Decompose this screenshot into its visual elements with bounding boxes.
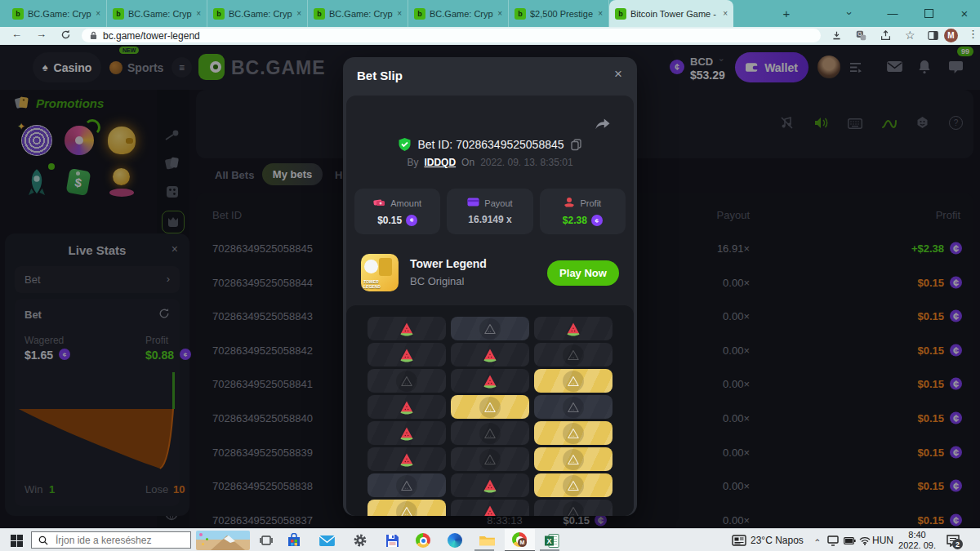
stat-label: Amount bbox=[390, 198, 421, 208]
triangle-outline-icon bbox=[566, 478, 581, 493]
tile-empty bbox=[451, 447, 529, 471]
verified-shield-icon bbox=[399, 138, 411, 151]
side-panel-icon[interactable] bbox=[928, 30, 938, 43]
triangle-outline-icon bbox=[566, 452, 581, 467]
stat-value: $0.15 bbox=[377, 215, 402, 226]
tab-search-chevron-icon[interactable]: › bbox=[837, 0, 862, 27]
start-button[interactable] bbox=[7, 531, 26, 550]
watermelon-icon bbox=[399, 347, 415, 363]
lock-icon bbox=[90, 31, 97, 40]
tab-close-icon[interactable]: × bbox=[497, 9, 502, 18]
tab-title: BC.Game: Crypto Casi bbox=[28, 9, 91, 19]
triangle-outline-icon bbox=[399, 478, 414, 493]
minimize-button[interactable]: — bbox=[880, 0, 905, 27]
profile-avatar[interactable]: M bbox=[944, 29, 958, 42]
tab-close-icon[interactable]: × bbox=[397, 9, 402, 18]
tab-close-icon[interactable]: × bbox=[96, 9, 100, 18]
game-title[interactable]: Tower Legend bbox=[410, 257, 487, 270]
browser-tab[interactable]: Bitcoin Tower Game -× bbox=[609, 0, 733, 27]
watermelon-icon bbox=[399, 399, 415, 415]
chrome-icon[interactable] bbox=[413, 531, 433, 550]
taskbar-search-box[interactable] bbox=[31, 531, 191, 549]
play-now-button[interactable]: Play Now bbox=[547, 260, 619, 286]
save-floppy-icon[interactable] bbox=[382, 531, 402, 550]
weather-text[interactable]: 23°C Napos bbox=[751, 535, 804, 546]
tab-close-icon[interactable]: × bbox=[196, 9, 201, 18]
share-icon[interactable] bbox=[880, 30, 891, 43]
bcgame-favicon bbox=[514, 8, 526, 20]
triangle-outline-icon bbox=[566, 504, 581, 517]
profile-badge: M bbox=[518, 538, 527, 547]
copy-icon[interactable] bbox=[571, 139, 581, 151]
tile-watermelon bbox=[451, 500, 529, 516]
tab-title: BC.Game: Crypto Casi bbox=[329, 9, 393, 19]
browser-tab[interactable]: BC.Game: Crypto Casi× bbox=[7, 0, 107, 27]
notification-count-badge: 2 bbox=[952, 539, 963, 549]
bookmark-star-icon[interactable]: ☆ bbox=[905, 29, 915, 42]
language-indicator[interactable]: HUN bbox=[872, 535, 893, 546]
browser-tab[interactable]: $2,500 Prestige Tower× bbox=[509, 0, 609, 27]
by-label: By bbox=[407, 157, 418, 168]
news-weather-icon[interactable] bbox=[729, 531, 749, 550]
mail-app-icon[interactable] bbox=[317, 531, 336, 550]
forward-icon[interactable]: → bbox=[36, 28, 47, 40]
clock-time[interactable]: 8:40 bbox=[898, 530, 936, 540]
bet-slip-body: Bet ID: 70286349525058845 By IDDQD On 20… bbox=[346, 96, 634, 516]
tab-close-icon[interactable]: × bbox=[723, 9, 728, 18]
username-link[interactable]: IDDQD bbox=[424, 157, 456, 168]
back-icon[interactable]: ← bbox=[11, 28, 22, 40]
file-explorer-icon[interactable] bbox=[477, 531, 497, 550]
tile-watermelon bbox=[368, 317, 446, 340]
address-bar[interactable]: bc.game/tower-legend bbox=[82, 29, 821, 42]
stat-value: 16.9149 x bbox=[468, 214, 511, 225]
search-input[interactable] bbox=[54, 534, 188, 547]
coin-icon: ¢ bbox=[591, 215, 603, 226]
browser-tab[interactable]: BC.Game: Crypto Casi× bbox=[107, 0, 207, 27]
translate-icon[interactable]: G bbox=[856, 30, 866, 43]
share-bet-icon[interactable] bbox=[594, 117, 611, 134]
tab-close-icon[interactable]: × bbox=[598, 9, 603, 18]
stat-card-amount: Amount$0.15¢ bbox=[354, 189, 440, 234]
weather-highlight-widget[interactable] bbox=[196, 531, 250, 550]
chrome-profile-icon[interactable]: M bbox=[510, 530, 529, 549]
clock-date[interactable]: 2022. 09. 13. bbox=[893, 540, 941, 551]
triangle-outline-icon bbox=[483, 400, 497, 415]
download-icon[interactable] bbox=[831, 30, 842, 43]
menu-dots-icon[interactable]: ⋮ bbox=[968, 28, 978, 40]
triangle-outline-icon bbox=[566, 348, 581, 362]
new-tab-button[interactable]: + bbox=[774, 0, 799, 27]
watermelon-icon bbox=[482, 373, 498, 389]
tile-watermelon bbox=[368, 421, 446, 445]
task-view-icon[interactable] bbox=[256, 531, 276, 550]
modal-close-icon[interactable]: × bbox=[614, 66, 622, 82]
url-text: bc.game/tower-legend bbox=[103, 30, 200, 42]
reload-icon[interactable] bbox=[60, 29, 71, 42]
stat-value: $2.38 bbox=[563, 215, 587, 226]
tile-watermelon bbox=[451, 369, 529, 393]
browser-tab[interactable]: BC.Game: Crypto Casi× bbox=[207, 0, 308, 27]
tab-title: BC.Game: Crypto Casi bbox=[430, 9, 493, 19]
on-label: On bbox=[461, 157, 474, 168]
excel-icon[interactable]: X bbox=[542, 531, 562, 550]
close-window-button[interactable]: × bbox=[952, 0, 977, 27]
tab-title: BC.Game: Crypto Casi bbox=[229, 9, 292, 19]
edge-icon[interactable] bbox=[445, 531, 465, 550]
modal-title: Bet Slip bbox=[357, 69, 403, 82]
tower-legend-thumbnail[interactable]: TOWER LEGEND bbox=[361, 254, 399, 291]
tile-watermelon bbox=[451, 473, 529, 497]
browser-tab[interactable]: BC.Game: Crypto Casi× bbox=[308, 0, 408, 27]
bcgame-favicon bbox=[113, 8, 124, 20]
triangle-outline-icon bbox=[483, 426, 497, 441]
microsoft-store-icon[interactable] bbox=[284, 531, 304, 550]
bet-byline: By IDDQD On 2022. 09. 13. 8:35:01 bbox=[346, 157, 634, 168]
browser-tab[interactable]: BC.Game: Crypto Casi× bbox=[408, 0, 509, 27]
maximize-button[interactable] bbox=[916, 0, 941, 27]
triangle-outline-icon bbox=[399, 374, 414, 389]
tab-title: $2,500 Prestige Tower bbox=[530, 9, 594, 19]
active-app-highlight[interactable]: M bbox=[505, 529, 535, 551]
tab-strip: BC.Game: Crypto Casi×BC.Game: Crypto Cas… bbox=[0, 0, 733, 27]
tab-close-icon[interactable]: × bbox=[296, 9, 301, 18]
settings-gear-icon[interactable] bbox=[350, 531, 370, 550]
tile-empty bbox=[534, 395, 612, 419]
watermelon-icon bbox=[482, 478, 498, 494]
